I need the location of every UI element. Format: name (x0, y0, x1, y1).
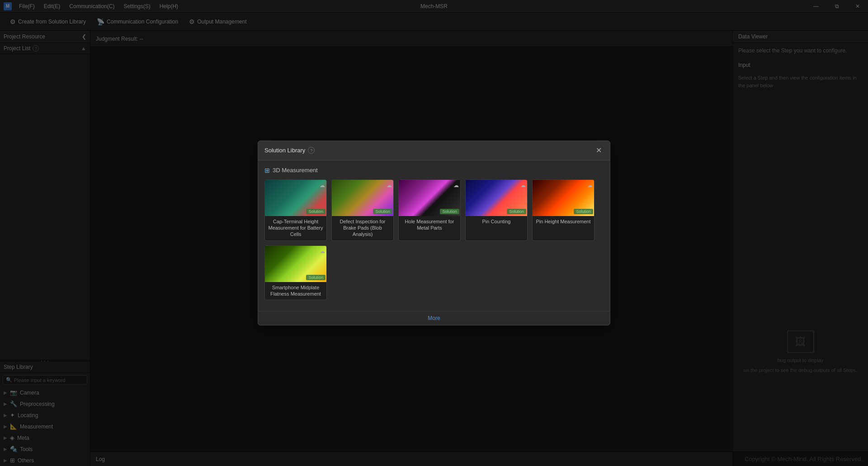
solution-thumbnail-pin-height: ☁ Solution (533, 180, 594, 216)
solution-thumbnail-hole: ☁ Solution (399, 180, 461, 216)
solution-card-pin-height[interactable]: ☁ Solution Pin Height Measurement (532, 179, 594, 241)
solutions-grid: ☁ Solution Cap-Terminal Height Measureme… (264, 179, 604, 300)
solution-label-defect: Defect Inspection for Brake Pads (Blob A… (332, 216, 393, 240)
cloud-icon-pin-count: ☁ (520, 182, 526, 188)
category-label: 3D Measurement (273, 167, 318, 174)
solution-badge-hole: Solution (440, 209, 459, 214)
cloud-icon-defect: ☁ (387, 182, 392, 188)
solution-card-defect[interactable]: ☁ Solution Defect Inspection for Brake P… (331, 179, 394, 241)
solution-badge-pin-count: Solution (507, 209, 526, 214)
solution-label-hole: Hole Measurement for Metal Parts (399, 216, 460, 234)
modal-footer: More (258, 311, 610, 325)
modal-title-row: Solution Library ? (264, 147, 315, 154)
solution-card-cap-terminal[interactable]: ☁ Solution Cap-Terminal Height Measureme… (264, 179, 327, 241)
modal-overlay: Solution Library ? ✕ ⊞ 3D Measurement ☁ … (0, 0, 868, 466)
solution-badge-smartphone: Solution (306, 275, 326, 280)
modal-title: Solution Library (264, 147, 305, 154)
modal-help-icon[interactable]: ? (308, 147, 315, 154)
cloud-icon-hole: ☁ (453, 182, 459, 188)
cloud-icon-pin-height: ☁ (587, 182, 593, 188)
solution-thumbnail-smartphone: ☁ Solution (265, 246, 327, 282)
modal-header: Solution Library ? ✕ (258, 141, 610, 160)
cloud-icon-smartphone: ☁ (320, 248, 325, 254)
solution-badge-cap: Solution (306, 209, 326, 214)
solution-label-pin-height: Pin Height Measurement (533, 216, 594, 227)
solution-thumbnail-pin-counting: ☁ Solution (466, 180, 528, 216)
solution-badge-pin-height: Solution (574, 209, 593, 214)
solution-thumbnail-cap-terminal: ☁ Solution (265, 180, 327, 216)
solution-label-cap: Cap-Terminal Height Measurement for Batt… (265, 216, 326, 240)
modal-body: ⊞ 3D Measurement ☁ Solution Cap-Terminal… (258, 160, 610, 311)
solution-library-modal: Solution Library ? ✕ ⊞ 3D Measurement ☁ … (258, 141, 610, 325)
solution-badge-defect: Solution (373, 209, 392, 214)
solution-label-pin-counting: Pin Counting (466, 216, 527, 227)
solution-thumbnail-defect: ☁ Solution (332, 180, 394, 216)
category-header: ⊞ 3D Measurement (264, 167, 604, 174)
solution-card-pin-counting[interactable]: ☁ Solution Pin Counting (465, 179, 528, 241)
more-link[interactable]: More (428, 315, 440, 321)
solution-card-hole[interactable]: ☁ Solution Hole Measurement for Metal Pa… (398, 179, 461, 241)
category-icon: ⊞ (264, 167, 270, 174)
modal-close-button[interactable]: ✕ (594, 146, 604, 155)
solution-label-smartphone: Smartphone Midplate Flatness Measurement (265, 282, 326, 300)
solution-card-smartphone[interactable]: ☁ Solution Smartphone Midplate Flatness … (264, 245, 327, 301)
cloud-icon-cap: ☁ (320, 182, 325, 188)
